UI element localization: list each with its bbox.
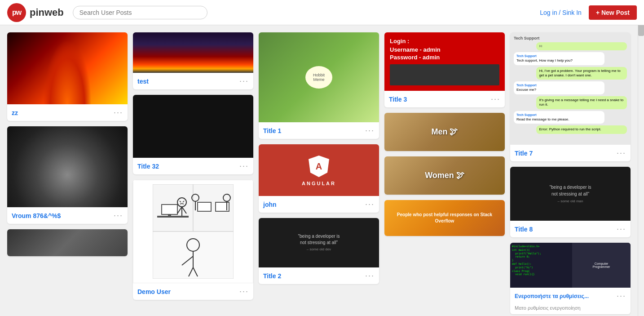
logo-icon: pw xyxy=(7,3,26,22)
card-menu-dots[interactable]: ··· xyxy=(617,224,626,234)
card-image: Women 🕊 xyxy=(384,156,505,195)
card-image: Login : Username - admin Password - admi… xyxy=(384,32,505,91)
card-footer: Demo User ··· xyxy=(133,283,253,300)
card-title[interactable]: Title 32 xyxy=(137,163,159,170)
card-image xyxy=(133,32,253,73)
login-link[interactable]: Log in / Sink In xyxy=(540,9,582,16)
card-image: Hobbit Meme xyxy=(259,32,379,122)
chat-bubble-1: Hi xyxy=(536,42,627,50)
card-title[interactable]: Title 8 xyxy=(515,226,533,233)
chat-bubble-2: Tech Support Tech support, How may I hel… xyxy=(514,52,604,65)
card-title7: Tech Support Hi Tech Support Tech suppor… xyxy=(510,32,631,161)
card-title32: Title 32 ··· xyxy=(133,95,253,174)
card-title[interactable]: Title 1 xyxy=(263,127,281,134)
card-zz: zz ··· xyxy=(7,32,128,121)
card-menu-dots[interactable]: ··· xyxy=(239,161,249,171)
card-menu-dots[interactable]: ··· xyxy=(617,291,626,301)
card-menu-dots[interactable]: ··· xyxy=(365,271,375,280)
card-image: People who post helpful responses on Sta… xyxy=(384,200,505,236)
card-title[interactable]: john xyxy=(263,201,277,208)
card-subtitle: Ματο ρυθμίσεις ενεργοποίηση xyxy=(510,304,631,314)
logo-area: pw pinweb xyxy=(7,3,64,22)
card-image xyxy=(7,126,128,207)
card-image xyxy=(133,95,253,158)
card-image xyxy=(7,229,128,256)
angular-logo: A ANGULAR xyxy=(302,155,336,186)
angular-icon: A xyxy=(308,155,330,177)
card-footer: Ενεροποιήστε τα ρυθμίσεις... ··· xyxy=(510,288,631,304)
card-footer: john ··· xyxy=(259,196,379,213)
card-stackoverflow: People who post helpful responses on Sta… xyxy=(384,200,505,236)
chat-bubble-3: Hi, I've got a problem. Your program is … xyxy=(536,67,627,80)
card-footer: Title 8 ··· xyxy=(510,221,631,237)
card-image: "being a developer isnot stressing at al… xyxy=(510,167,631,221)
card-menu-dots[interactable]: ··· xyxy=(365,200,375,209)
card-programmer: #include<stdio.h> int main(){ printf("He… xyxy=(510,243,631,314)
svg-text:A: A xyxy=(316,161,322,171)
card-footer: zz ··· xyxy=(7,104,128,121)
chat-bubble-7: Error: Python required to run the script… xyxy=(536,125,627,134)
chat-bubble-4: Tech Support Excuse me? xyxy=(514,81,604,94)
chat-bubble-5: It's giving me a message telling me I ne… xyxy=(536,96,627,109)
card-title8: "being a developer isnot stressing at al… xyxy=(510,167,631,237)
card-john: A ANGULAR john ··· xyxy=(259,144,379,213)
card-menu-dots[interactable]: ··· xyxy=(239,287,249,296)
card-footer: Title 1 ··· xyxy=(259,122,379,139)
card-title[interactable]: Demo User xyxy=(137,288,171,295)
card-title[interactable]: Title 2 xyxy=(263,272,281,280)
logo-name: pinweb xyxy=(30,7,64,18)
card-footer: Vroum 876&^%$ ··· xyxy=(7,207,128,224)
card-menu-dots[interactable]: ··· xyxy=(365,126,375,135)
card-title1: Hobbit Meme Title 1 ··· xyxy=(259,32,379,139)
card-image xyxy=(133,180,253,283)
card-menu-dots[interactable]: ··· xyxy=(491,94,500,104)
svg-rect-2 xyxy=(162,205,177,214)
card-menu-dots[interactable]: ··· xyxy=(114,211,123,220)
new-post-button[interactable]: + New Post xyxy=(589,5,637,20)
svg-rect-1 xyxy=(157,216,189,218)
card-title[interactable]: zz xyxy=(12,109,18,116)
card-footer: Title 32 ··· xyxy=(133,158,253,174)
chat-bubble-6: Tech Support Read the message to me plea… xyxy=(514,111,604,124)
header: pw pinweb Log in / Sink In + New Post xyxy=(0,0,644,25)
card-footer: Title 2 ··· xyxy=(259,267,379,284)
card-title[interactable]: Vroum 876&^%$ xyxy=(12,212,61,219)
card-test: test ··· xyxy=(133,32,253,89)
main-grid: zz ··· Vroum 876&^%$ ··· test ··· Title … xyxy=(0,25,644,316)
card-title[interactable]: test xyxy=(137,78,149,85)
card-title[interactable]: Title 7 xyxy=(515,150,533,157)
card-image xyxy=(7,32,128,104)
card-menu-dots[interactable]: ··· xyxy=(114,108,123,117)
card-menu-dots[interactable]: ··· xyxy=(239,76,249,86)
card-motorcycle xyxy=(7,229,128,256)
card-image: A ANGULAR xyxy=(259,144,379,196)
card-demouser: Demo User ··· xyxy=(133,180,253,300)
card-footer: test ··· xyxy=(133,73,253,89)
card-image: Men 🕊 xyxy=(384,113,505,151)
card-image: "being a developer isnot stressing at al… xyxy=(259,218,379,267)
card-title2: "being a developer isnot stressing at al… xyxy=(259,218,379,284)
card-title[interactable]: Ενεροποιήστε τα ρυθμίσεις... xyxy=(515,293,589,299)
card-menu-dots[interactable]: ··· xyxy=(617,148,626,158)
card-footer: Title 7 ··· xyxy=(510,145,631,161)
card-vroum: Vroum 876&^%$ ··· xyxy=(7,126,128,224)
scrollbar[interactable] xyxy=(638,0,644,316)
card-title3: Login : Username - admin Password - admi… xyxy=(384,32,505,107)
search-input[interactable] xyxy=(73,6,207,19)
card-footer: Title 3 ··· xyxy=(384,91,505,107)
card-men: Men 🕊 xyxy=(384,113,505,151)
card-image: #include<stdio.h> int main(){ printf("He… xyxy=(510,243,631,288)
svg-rect-11 xyxy=(198,202,211,211)
card-image: Tech Support Hi Tech Support Tech suppor… xyxy=(510,32,631,145)
card-women: Women 🕊 xyxy=(384,156,505,195)
card-title[interactable]: Title 3 xyxy=(389,96,407,103)
stickman-svg xyxy=(153,184,234,279)
svg-rect-3 xyxy=(168,214,171,217)
